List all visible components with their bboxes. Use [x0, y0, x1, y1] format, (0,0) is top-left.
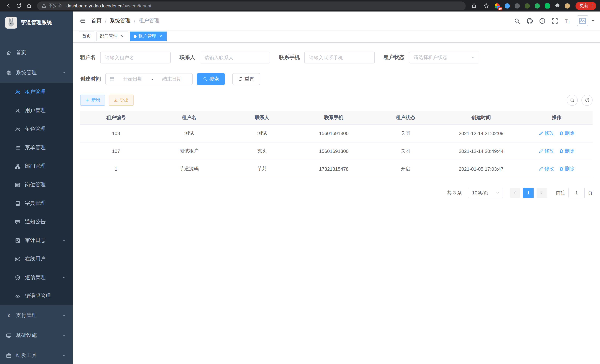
- search-button-label: 搜索: [209, 76, 219, 82]
- edit-button[interactable]: 修改: [539, 166, 554, 172]
- sidebar-item-notice[interactable]: 通知公告: [0, 213, 73, 231]
- sidebar-item-audit-log[interactable]: 审计日志: [0, 231, 73, 250]
- sidebar-item-role[interactable]: 角色管理: [0, 120, 73, 138]
- sidebar-item-post[interactable]: 岗位管理: [0, 176, 73, 194]
- extension-icon[interactable]: [504, 2, 511, 9]
- extension-icon[interactable]: 10: [494, 2, 501, 9]
- reset-button[interactable]: 重置: [232, 73, 260, 85]
- contact-input[interactable]: [200, 52, 270, 64]
- close-icon[interactable]: [158, 34, 163, 39]
- app-logo[interactable]: 芋道管理系统: [0, 11, 73, 34]
- prev-page-button[interactable]: [510, 187, 520, 198]
- cell-contact: 测试: [226, 124, 298, 142]
- sidebar-item-sms[interactable]: 短信管理: [0, 268, 73, 287]
- export-button[interactable]: 导出: [109, 95, 134, 106]
- tag-dept[interactable]: 部门管理: [96, 31, 128, 41]
- avatar[interactable]: [577, 15, 588, 26]
- close-icon[interactable]: [120, 34, 125, 39]
- search-icon[interactable]: [514, 18, 520, 24]
- log-icon: [15, 238, 20, 243]
- create-time-field: 创建时间 开始日期 - 结束日期: [80, 73, 193, 85]
- toggle-search-button[interactable]: [567, 95, 578, 106]
- breadcrumb: 首页 / 系统管理 / 租户管理: [91, 18, 159, 24]
- browser-nav: [4, 1, 33, 10]
- edit-icon: [539, 149, 544, 153]
- add-button[interactable]: 新增: [80, 95, 105, 106]
- goto-label: 前往: [556, 189, 565, 196]
- help-icon[interactable]: ?: [539, 18, 545, 24]
- tags-view: 首页 部门管理 租户管理: [73, 30, 600, 43]
- browser-profile-avatar[interactable]: [564, 2, 571, 9]
- sidebar-item-label: 部门管理: [25, 163, 46, 169]
- sidebar-item-home[interactable]: 首页: [0, 43, 73, 63]
- sidebar-item-dict[interactable]: 字典管理: [0, 194, 73, 213]
- not-secure-icon: [42, 3, 46, 8]
- main-area: 首页 / 系统管理 / 租户管理 ? TT: [73, 11, 600, 364]
- breadcrumb-home[interactable]: 首页: [91, 18, 102, 24]
- address-bar[interactable]: 不安全 dashboard.yudao.iocoder.cn/system/te…: [37, 1, 466, 10]
- caret-down-icon[interactable]: [591, 19, 595, 23]
- sidebar-item-devtools[interactable]: 研发工具: [0, 345, 73, 364]
- sidebar-item-infra[interactable]: 基础设施: [0, 326, 73, 345]
- kebab-menu-icon[interactable]: [590, 3, 594, 8]
- sidebar-item-tenant[interactable]: 租户管理: [0, 83, 73, 101]
- sidebar-item-online-user[interactable]: 在线用户: [0, 250, 73, 268]
- mobile-input[interactable]: [304, 52, 375, 64]
- sidebar-item-label: 支付管理: [16, 312, 37, 319]
- url-path: /system/tenant: [122, 3, 151, 8]
- tenant-status-select[interactable]: 请选择租户状态: [409, 52, 479, 64]
- next-page-button[interactable]: [536, 187, 547, 198]
- sidebar-item-menu[interactable]: 菜单管理: [0, 138, 73, 157]
- sidebar-item-dept[interactable]: 部门管理: [0, 157, 73, 176]
- delete-label: 删除: [565, 130, 575, 137]
- tag-tenant[interactable]: 租户管理: [130, 31, 167, 41]
- edit-button[interactable]: 修改: [539, 148, 554, 154]
- extensions-puzzle-icon[interactable]: [554, 2, 561, 9]
- fullscreen-icon[interactable]: [552, 18, 558, 24]
- extension-icon[interactable]: [534, 2, 541, 9]
- page-size-select[interactable]: 10条/页: [468, 187, 503, 198]
- create-time-range-picker[interactable]: 开始日期 - 结束日期: [105, 73, 193, 85]
- update-button[interactable]: 更新: [575, 2, 596, 10]
- extension-icon[interactable]: [514, 2, 521, 9]
- sidebar-item-system[interactable]: 系统管理: [0, 63, 73, 83]
- sidebar-item-label: 短信管理: [25, 274, 46, 281]
- page-1-button[interactable]: 1: [523, 187, 534, 198]
- sidebar-toggle[interactable]: [73, 18, 91, 24]
- edit-button[interactable]: 修改: [539, 130, 554, 137]
- list-icon: [15, 145, 20, 150]
- sidebar-item-user[interactable]: 用户管理: [0, 101, 73, 120]
- search-button[interactable]: 搜索: [197, 73, 225, 85]
- svg-text:¥: ¥: [7, 313, 10, 318]
- cell-contact: 秃头: [226, 142, 298, 160]
- font-size-icon[interactable]: TT: [564, 18, 571, 24]
- browser-home-icon[interactable]: [25, 1, 33, 10]
- users-icon: [15, 89, 20, 95]
- refresh-table-button[interactable]: [581, 95, 593, 106]
- table-header-row: 租户编号 租户名 联系人 联系手机 租户状态 创建时间 操作: [80, 111, 593, 124]
- github-icon[interactable]: [526, 18, 533, 24]
- page-size-value: 10条/页: [472, 189, 488, 196]
- sidebar-item-error-code[interactable]: 错误码管理: [0, 287, 73, 305]
- delete-button[interactable]: 删除: [559, 148, 575, 154]
- goto-page-input[interactable]: [568, 187, 585, 198]
- online-icon: [15, 256, 20, 262]
- extension-icon[interactable]: [544, 2, 551, 9]
- row-actions: 修改 删除: [521, 130, 593, 137]
- extension-icon[interactable]: [524, 2, 531, 9]
- contact-field: 联系人: [180, 52, 270, 64]
- breadcrumb-system[interactable]: 系统管理: [110, 18, 131, 24]
- app-title: 芋道管理系统: [21, 19, 52, 26]
- delete-button[interactable]: 删除: [559, 130, 575, 137]
- sidebar-item-payment[interactable]: ¥ 支付管理: [0, 305, 73, 326]
- tenant-name-input[interactable]: [100, 52, 171, 64]
- bookmark-star-icon[interactable]: [482, 1, 490, 10]
- browser-back-icon[interactable]: [4, 1, 13, 10]
- add-button-label: 新增: [91, 97, 100, 103]
- tag-home[interactable]: 首页: [79, 31, 94, 41]
- chevron-down-icon: [62, 276, 66, 280]
- browser-reload-icon[interactable]: [14, 1, 23, 10]
- cell-id: 1: [80, 160, 152, 178]
- delete-button[interactable]: 删除: [559, 166, 575, 172]
- share-icon[interactable]: [469, 1, 478, 10]
